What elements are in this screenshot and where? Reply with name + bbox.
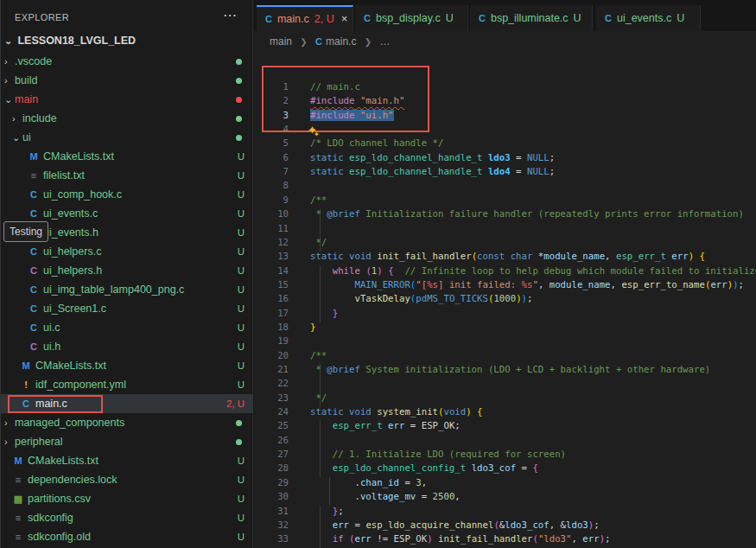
tree-item-partitions.csv[interactable]: ▦partitions.csvU bbox=[1, 489, 253, 508]
tree-item-managed_components[interactable]: ›managed_components bbox=[1, 413, 253, 432]
line-number: 24 bbox=[254, 406, 289, 417]
code-line[interactable]: 17 } bbox=[254, 308, 756, 322]
line-number: 2 bbox=[254, 95, 289, 106]
tree-item-build[interactable]: ›build bbox=[1, 71, 253, 90]
code-line[interactable]: 26 bbox=[254, 435, 756, 449]
tree-item-CMakeLists.txt[interactable]: MCMakeLists.txtU bbox=[1, 451, 253, 470]
line-number: 23 bbox=[254, 392, 289, 404]
code-line[interactable]: 16 vTaskDelay(pdMS_TO_TICKS(1000)); bbox=[254, 293, 756, 308]
code-line[interactable]: 28 esp_ldo_channel_config_t ldo3_cof = { bbox=[254, 462, 756, 477]
breadcrumb-symbol[interactable]: … bbox=[379, 35, 390, 48]
code-line[interactable]: 8 bbox=[254, 180, 756, 194]
code-editor[interactable]: 1// main.c2#include "main.h"3#include "u… bbox=[254, 52, 756, 548]
git-status-badge: U bbox=[238, 261, 245, 280]
tree-item-peripheral[interactable]: ›peripheral bbox=[1, 432, 253, 451]
code-line[interactable]: 9/** bbox=[254, 194, 756, 209]
tree-item-filelist.txt[interactable]: ≡filelist.txtU bbox=[1, 166, 253, 185]
code-text: .voltage_mv = 2500, bbox=[310, 491, 461, 502]
root-folder-label: LESSON18_LVGL_LED bbox=[17, 35, 136, 47]
code-line[interactable]: 27 // 1. Initialize LDO (required for sc… bbox=[254, 449, 756, 463]
tree-item-CMakeLists.txt[interactable]: MCMakeLists.txtU bbox=[1, 147, 253, 166]
code-text: */ bbox=[310, 392, 327, 404]
tab-ui_events.c[interactable]: Cui_events.cU bbox=[596, 5, 701, 31]
code-line[interactable]: 4 bbox=[254, 124, 756, 138]
tab-label: bsp_display.c bbox=[376, 12, 441, 24]
line-number: 7 bbox=[254, 166, 289, 177]
tree-item-label: ui bbox=[22, 131, 31, 143]
code-line[interactable]: 21 * @brief System initialization (LDO +… bbox=[254, 364, 756, 379]
line-number: 33 bbox=[254, 533, 289, 545]
code-text: * @brief Initialization failure handler … bbox=[310, 208, 744, 220]
code-line[interactable]: 25 esp_err_t err = ESP_OK; bbox=[254, 420, 756, 435]
code-line[interactable]: 15 MAIN_ERROR("[%s] init failed: %s", mo… bbox=[254, 279, 756, 294]
chevron-right-icon: ❯ bbox=[300, 37, 307, 47]
tab-main.c[interactable]: Cmain.c2, U× bbox=[257, 5, 353, 31]
breadcrumb-folder[interactable]: main bbox=[270, 35, 292, 48]
code-text: #include "ui.h" bbox=[310, 110, 394, 122]
tree-item-ui_helpers.h[interactable]: Cui_helpers.hU bbox=[1, 261, 253, 280]
close-icon[interactable]: × bbox=[341, 12, 348, 25]
more-actions-icon[interactable]: ⋯ bbox=[223, 7, 237, 23]
code-line[interactable]: 29 .chan_id = 3, bbox=[254, 477, 756, 492]
tab-bsp_illuminate.c[interactable]: Cbsp_illuminate.cU bbox=[470, 5, 593, 31]
tab-label: main.c bbox=[277, 13, 309, 25]
tree-item-ui.c[interactable]: Cui.cU bbox=[1, 318, 253, 337]
line-number: 9 bbox=[254, 194, 289, 206]
code-line[interactable]: 5/* LDO channel handle */ bbox=[254, 137, 756, 152]
code-line[interactable]: 10 * @brief Initialization failure handl… bbox=[254, 208, 756, 223]
tree-item-root[interactable]: ⌄ LESSON18_LVGL_LED bbox=[1, 31, 253, 50]
line-number: 10 bbox=[254, 208, 289, 220]
tab-git-badge: 2, U bbox=[314, 13, 334, 25]
git-status-badge: U bbox=[238, 147, 245, 166]
code-line[interactable]: 12 */ bbox=[254, 237, 756, 252]
code-line[interactable]: 33 if (err != ESP_OK) init_fail_handler(… bbox=[254, 533, 756, 548]
chevron-down-icon: ⌄ bbox=[4, 90, 15, 109]
code-line[interactable]: 6static esp_ldo_channel_handle_t ldo3 = … bbox=[254, 152, 756, 167]
breadcrumb-file[interactable]: main.c bbox=[326, 35, 356, 48]
tree-item-dependencies.lock[interactable]: ≡dependencies.lockU bbox=[1, 470, 253, 489]
code-line[interactable]: 18} bbox=[254, 322, 756, 336]
list-file-icon: ≡ bbox=[12, 527, 24, 546]
c-file-icon: C bbox=[265, 14, 272, 24]
code-text: err = esp_ldo_acquire_channel(&ldo3_cof,… bbox=[310, 519, 600, 531]
tree-item-ui.h[interactable]: Cui.hU bbox=[1, 337, 253, 356]
tree-item-ui_comp_hook.c[interactable]: Cui_comp_hook.cU bbox=[1, 185, 253, 204]
code-line[interactable]: 32 err = esp_ldo_acquire_channel(&ldo3_c… bbox=[254, 519, 756, 534]
tree-item-ui_helpers.c[interactable]: Cui_helpers.cU bbox=[1, 242, 253, 261]
code-line[interactable]: 3#include "ui.h" bbox=[254, 110, 756, 124]
code-line[interactable]: 13static void init_fail_handler(const ch… bbox=[254, 251, 756, 265]
line-number: 5 bbox=[254, 137, 289, 149]
tree-item-include[interactable]: ›include bbox=[1, 109, 253, 128]
tree-item-CMakeLists.txt[interactable]: MCMakeLists.txtU bbox=[1, 356, 253, 375]
c-file-icon: C bbox=[28, 204, 40, 223]
tree-item-sdkconfig.old[interactable]: ≡sdkconfig.oldU bbox=[1, 527, 253, 546]
tree-item-idf_component.yml[interactable]: !idf_component.ymlU bbox=[1, 375, 253, 394]
tree-item-main.c[interactable]: Cmain.c2, U bbox=[1, 394, 253, 413]
code-line[interactable]: 31 }; bbox=[254, 506, 756, 520]
git-status-badge: U bbox=[238, 508, 245, 527]
code-line[interactable]: 23 */ bbox=[254, 392, 756, 407]
code-line[interactable]: 7static esp_ldo_channel_handle_t ldo4 = … bbox=[254, 166, 756, 181]
tree-item-.vscode[interactable]: ›.vscode bbox=[1, 52, 253, 71]
tree-item-ui_img_table_lamp400_png.c[interactable]: Cui_img_table_lamp400_png.cU bbox=[1, 280, 253, 299]
tree-item-ui_Screen1.c[interactable]: Cui_Screen1.cU bbox=[1, 299, 253, 318]
tree-item-label: include bbox=[22, 112, 57, 124]
tree-item-sdkconfig[interactable]: ≡sdkconfigU bbox=[1, 508, 253, 527]
code-line[interactable]: 24static void system_init(void) { bbox=[254, 406, 756, 421]
code-line[interactable]: 30 .voltage_mv = 2500, bbox=[254, 491, 756, 506]
code-line[interactable]: 11 bbox=[254, 223, 756, 238]
code-line[interactable]: 1// main.c bbox=[254, 81, 756, 96]
line-number: 29 bbox=[254, 477, 289, 488]
code-line[interactable]: 19 bbox=[254, 335, 756, 350]
code-line[interactable]: 20/** bbox=[254, 350, 756, 365]
code-line[interactable]: 22 bbox=[254, 378, 756, 392]
tree-item-main[interactable]: ⌄main bbox=[1, 90, 253, 109]
code-line[interactable]: 2#include "main.h" bbox=[254, 95, 756, 110]
tree-item-ui_events.c[interactable]: Cui_events.cU bbox=[1, 204, 253, 223]
quickfix-sparkle-icon[interactable]: ✦✦ bbox=[308, 122, 323, 137]
c-file-icon: C bbox=[364, 13, 371, 23]
tab-bsp_display.c[interactable]: Cbsp_display.cU bbox=[355, 5, 468, 31]
code-text: #include "main.h" bbox=[310, 95, 404, 106]
tree-item-ui[interactable]: ⌄ui bbox=[1, 128, 253, 147]
code-line[interactable]: 14 while (1) { // Infinite loop to help … bbox=[254, 265, 756, 280]
